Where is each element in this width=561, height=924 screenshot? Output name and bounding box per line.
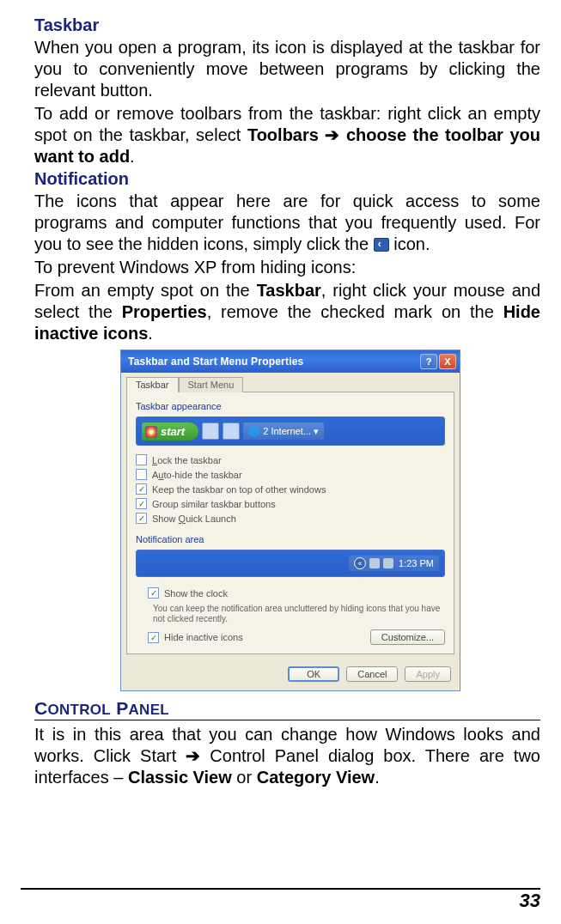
- heading-notification: Notification: [34, 169, 540, 189]
- arrow-icon: ➔: [325, 125, 339, 144]
- control-panel-paragraph: It is in this area that you can change h…: [34, 724, 540, 788]
- quicklaunch-icon: [223, 422, 240, 440]
- checkbox-group-buttons[interactable]: Group similar taskbar buttons: [136, 496, 445, 511]
- taskbar-paragraph-2: To add or remove toolbars from the taskb…: [34, 103, 540, 167]
- group-taskbar-appearance: Taskbar appearance: [136, 401, 445, 411]
- notification-paragraph-1: The icons that appear here are for quick…: [34, 191, 540, 255]
- text: .: [130, 147, 135, 166]
- ok-button[interactable]: OK: [288, 666, 339, 682]
- taskbar-app-button: 🌐 2 Internet... ▾: [243, 422, 324, 440]
- group-notification-area: Notification area: [136, 534, 445, 544]
- taskbar-preview: start 🌐 2 Internet... ▾: [136, 416, 445, 446]
- start-button-preview: start: [142, 422, 198, 441]
- bold-text: Toolbars: [247, 125, 326, 144]
- notification-hint: You can keep the notification area unclu…: [153, 604, 445, 624]
- checkbox-quick-launch[interactable]: Show Quick Launch: [136, 511, 445, 526]
- dialog-title: Taskbar and Start Menu Properties: [128, 356, 418, 368]
- tray-icon: [383, 558, 393, 568]
- text: 2 Internet...: [263, 426, 311, 436]
- heading-taskbar: Taskbar: [34, 15, 540, 35]
- quicklaunch-icon: [202, 422, 219, 440]
- checkbox-show-clock[interactable]: Show the clock: [148, 586, 445, 600]
- arrow-icon: ➔: [186, 746, 200, 765]
- notification-paragraph-2: To prevent Windows XP from hiding icons:: [34, 257, 540, 278]
- text: The icons that appear here are for quick…: [34, 191, 540, 253]
- checkbox-autohide[interactable]: Auto-hide the taskbar: [136, 467, 445, 482]
- tab-taskbar[interactable]: Taskbar: [126, 377, 179, 392]
- taskbar-properties-dialog: Taskbar and Start Menu Properties ? X Ta…: [120, 350, 460, 691]
- notification-paragraph-3: From an empty spot on the Taskbar, right…: [34, 280, 540, 344]
- text: , remove the checked mark on the: [207, 302, 503, 321]
- text: icon.: [389, 234, 430, 253]
- tray-expand-icon: «: [354, 557, 366, 569]
- label: Group similar taskbar buttons: [152, 499, 276, 509]
- bold-text: Properties: [122, 302, 207, 321]
- dialog-titlebar: Taskbar and Start Menu Properties ? X: [121, 350, 460, 373]
- help-button[interactable]: ?: [420, 354, 437, 369]
- label: Keep the taskbar on top of other windows: [152, 484, 326, 495]
- label: Show the clock: [164, 588, 228, 599]
- heading-control-panel: CONTROL PANEL: [34, 698, 169, 718]
- checkbox-hide-inactive[interactable]: Hide inactive icons: [148, 630, 370, 645]
- customize-button[interactable]: Customize...: [370, 629, 445, 645]
- taskbar-paragraph-1: When you open a program, its icon is dis…: [34, 37, 540, 101]
- cancel-button[interactable]: Cancel: [346, 666, 398, 682]
- page-footer: 33: [21, 888, 540, 912]
- page-number: 33: [520, 890, 540, 911]
- notification-preview: « 1:23 PM: [136, 550, 445, 577]
- text: .: [375, 768, 380, 787]
- text: or: [232, 768, 257, 787]
- text: .: [148, 324, 153, 343]
- text: From an empty spot on the: [34, 281, 257, 300]
- bold-text: Category View: [257, 768, 375, 787]
- tray-icon: [369, 558, 380, 568]
- close-button[interactable]: X: [439, 354, 456, 369]
- tab-start-menu[interactable]: Start Menu: [179, 377, 244, 392]
- bold-text: Taskbar: [257, 281, 321, 300]
- bold-text: Classic View: [128, 768, 232, 787]
- apply-button[interactable]: Apply: [405, 666, 451, 682]
- checkbox-on-top[interactable]: Keep the taskbar on top of other windows: [136, 482, 445, 496]
- tray-clock: 1:23 PM: [399, 558, 434, 568]
- expand-tray-icon: [374, 238, 389, 252]
- label: Hide inactive icons: [164, 632, 243, 642]
- checkbox-lock-taskbar[interactable]: LLock the taskbarock the taskbar: [136, 453, 445, 467]
